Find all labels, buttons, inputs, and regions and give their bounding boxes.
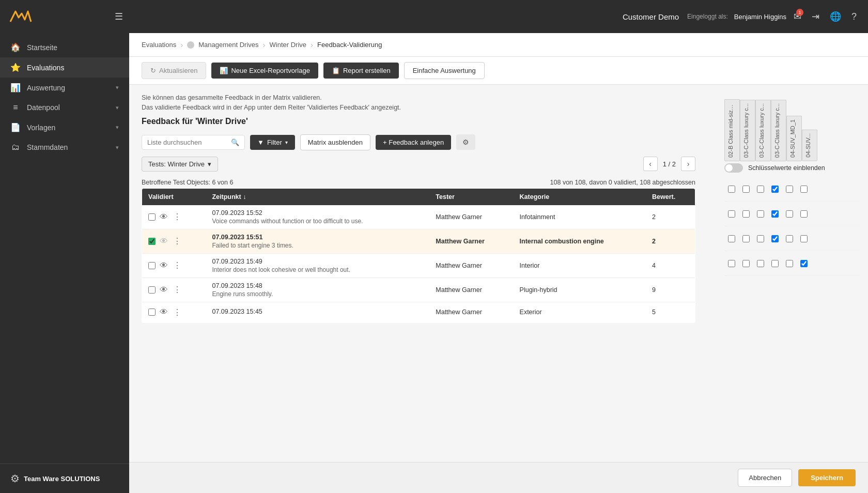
- col-kategorie: Kategorie: [514, 188, 646, 205]
- matrix-toggle-button[interactable]: Matrix ausblenden: [300, 134, 370, 150]
- add-feedback-button[interactable]: + Feedback anlegen: [376, 135, 451, 150]
- row-validate-checkbox[interactable]: [148, 262, 156, 269]
- breadcrumb-sep-3: ›: [311, 40, 313, 49]
- sidebar-collapse-button[interactable]: ☰: [112, 8, 126, 25]
- row-view-button[interactable]: 👁: [159, 284, 169, 296]
- sidebar-item-datenpool[interactable]: ≡ Datenpool ▾: [0, 98, 129, 117]
- row-datetime: 07.09.2023 15:48: [212, 282, 423, 289]
- key-values-toggle[interactable]: [724, 163, 743, 173]
- breadcrumb-management-drives[interactable]: Management Drives: [198, 41, 258, 49]
- main-content: Evaluations › Management Drives › Winter…: [129, 33, 868, 493]
- sidebar: 🏠 Startseite ⭐ Evaluations 📊 Auswertung …: [0, 33, 129, 493]
- matrix-checkbox[interactable]: [728, 186, 735, 193]
- matrix-checkbox[interactable]: [786, 210, 793, 218]
- login-icon-button[interactable]: ⇥: [809, 8, 823, 25]
- row-validate-checkbox[interactable]: [148, 238, 156, 245]
- matrix-checkbox[interactable]: [800, 186, 808, 193]
- matrix-checkbox[interactable]: [757, 186, 764, 193]
- row-category: Infotainment: [514, 205, 646, 229]
- sidebar-item-auswertung[interactable]: 📊 Auswertung ▾: [0, 78, 129, 98]
- search-icon: 🔍: [231, 138, 239, 146]
- matrix-checkbox[interactable]: [800, 210, 808, 218]
- matrix-checkbox[interactable]: [757, 260, 764, 267]
- chevron-down-icon: ▾: [116, 124, 119, 131]
- row-validate-checkbox[interactable]: [148, 286, 156, 294]
- matrix-checkbox[interactable]: [742, 260, 750, 267]
- row-view-button[interactable]: 👁: [159, 236, 169, 247]
- row-validiert-cell: 👁 ⋮: [142, 253, 206, 278]
- matrix-checkbox[interactable]: [771, 260, 779, 267]
- matrix-col-header: 04-SUV...: [802, 130, 817, 161]
- matrix-checkbox[interactable]: [728, 210, 735, 218]
- row-validate-checkbox[interactable]: [148, 213, 156, 221]
- stats-left: Betroffene Test Objects: 6 von 6: [142, 179, 233, 186]
- page-info: 1 / 2: [660, 160, 679, 168]
- row-tester: Matthew Garner: [429, 253, 513, 278]
- row-view-button[interactable]: 👁: [159, 260, 169, 271]
- matrix-checkbox[interactable]: [757, 235, 764, 242]
- matrix-label: Matrix ausblenden: [308, 138, 363, 146]
- create-report-button[interactable]: 📋 Report erstellen: [323, 63, 399, 79]
- row-view-button[interactable]: 👁: [159, 211, 169, 223]
- help-icon: ?: [851, 11, 857, 22]
- help-button[interactable]: ?: [848, 8, 860, 25]
- save-button[interactable]: Speichern: [798, 469, 856, 486]
- breadcrumb-evaluations[interactable]: Evaluations: [142, 41, 176, 49]
- sidebar-item-vorlagen[interactable]: 📄 Vorlagen ▾: [0, 117, 129, 137]
- refresh-button[interactable]: ↻ Aktualisieren: [142, 62, 206, 79]
- breadcrumb-winter-drive[interactable]: Winter Drive: [270, 41, 307, 49]
- row-menu-button[interactable]: ⋮: [172, 259, 182, 271]
- matrix-checkbox[interactable]: [742, 186, 750, 193]
- matrix-checkbox[interactable]: [800, 260, 808, 267]
- table-row: 👁 ⋮ 07.09.2023 15:45 Matthew Garner Exte…: [142, 302, 695, 322]
- table-row: 👁 ⋮ 07.09.2023 15:52 Voice commands with…: [142, 205, 695, 229]
- matrix-checkbox[interactable]: [757, 210, 764, 218]
- row-datetime-cell: 07.09.2023 15:48 Engine runs smoothly.: [206, 278, 429, 302]
- matrix-checkbox[interactable]: [728, 260, 735, 267]
- row-menu-button[interactable]: ⋮: [172, 235, 182, 247]
- matrix-checkbox[interactable]: [771, 235, 779, 242]
- test-filter-select[interactable]: Tests: Winter Drive ▾: [142, 157, 218, 172]
- row-menu-button[interactable]: ⋮: [172, 284, 182, 296]
- simple-eval-button[interactable]: Einfache Auswertung: [404, 62, 485, 79]
- matrix-checkbox[interactable]: [786, 260, 793, 267]
- sidebar-item-label: Datenpool: [27, 103, 60, 112]
- sidebar-item-stammdaten[interactable]: 🗂 Stammdaten ▾: [0, 137, 129, 157]
- row-menu-button[interactable]: ⋮: [172, 306, 182, 318]
- settings-button[interactable]: ⚙: [456, 134, 475, 150]
- report-label: Report erstellen: [343, 67, 391, 74]
- cancel-button[interactable]: Abbrechen: [738, 469, 792, 487]
- prev-page-button[interactable]: ‹: [643, 157, 658, 171]
- tag-row: Tests: Winter Drive ▾ ‹ 1 / 2 ›: [142, 157, 695, 172]
- col-bewert: Bewert.: [646, 188, 695, 205]
- table-row: 👁 ⋮ 07.09.2023 15:51 Failed to start eng…: [142, 229, 695, 253]
- row-view-button[interactable]: 👁: [159, 306, 169, 318]
- globe-button[interactable]: 🌐: [827, 8, 844, 25]
- customer-demo-text: Customer Demo: [623, 12, 679, 21]
- matrix-checkbox[interactable]: [800, 235, 808, 242]
- sidebar-item-evaluations[interactable]: ⭐ Evaluations: [0, 57, 129, 78]
- teamware-logo-icon: ⚙: [10, 472, 20, 485]
- excel-report-button[interactable]: 📊 Neue Excel-Reportvorlage: [211, 63, 318, 79]
- search-box[interactable]: 🔍: [142, 135, 245, 150]
- sidebar-item-startseite[interactable]: 🏠 Startseite: [0, 37, 129, 57]
- matrix-checkbox[interactable]: [742, 210, 750, 218]
- matrix-checkbox[interactable]: [742, 235, 750, 242]
- row-tester: Matthew Garner: [429, 205, 513, 229]
- filter-button[interactable]: ▼ Filter ▾: [250, 135, 295, 150]
- mail-button[interactable]: ✉ 1: [791, 8, 804, 25]
- row-menu-button[interactable]: ⋮: [172, 211, 182, 223]
- row-validiert-cell: 👁 ⋮: [142, 302, 206, 322]
- matrix-checkbox[interactable]: [771, 210, 779, 218]
- matrix-checkbox[interactable]: [786, 235, 793, 242]
- col-zeitpunkt[interactable]: Zeitpunkt ↓: [206, 188, 429, 205]
- matrix-checkbox[interactable]: [786, 186, 793, 193]
- matrix-checkbox[interactable]: [728, 235, 735, 242]
- row-validate-checkbox[interactable]: [148, 309, 156, 316]
- matrix-checkbox[interactable]: [771, 186, 779, 193]
- next-page-button[interactable]: ›: [681, 157, 695, 171]
- row-datetime: 07.09.2023 15:51: [212, 234, 423, 241]
- row-rating: 2: [646, 229, 695, 253]
- table-row: 👁 ⋮ 07.09.2023 15:48 Engine runs smoothl…: [142, 278, 695, 302]
- search-input[interactable]: [147, 138, 228, 146]
